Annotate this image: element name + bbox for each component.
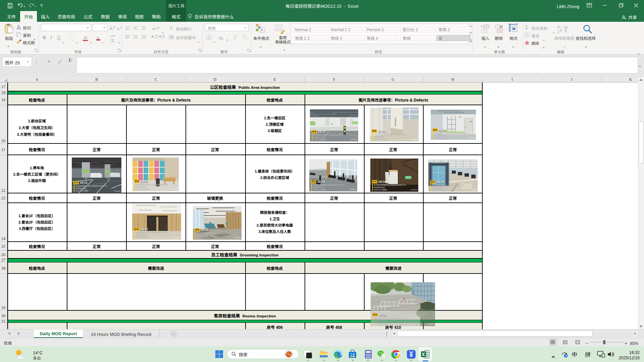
- svg-text:.00: .00: [233, 37, 236, 40]
- svg-text:ab: ab: [152, 26, 156, 31]
- svg-text:Z: Z: [557, 29, 559, 34]
- svg-text:←.0: ←.0: [233, 35, 237, 37]
- svg-text:→.0: →.0: [242, 37, 247, 40]
- svg-text:ab: ab: [169, 26, 173, 29]
- svg-text:.00: .00: [242, 35, 246, 37]
